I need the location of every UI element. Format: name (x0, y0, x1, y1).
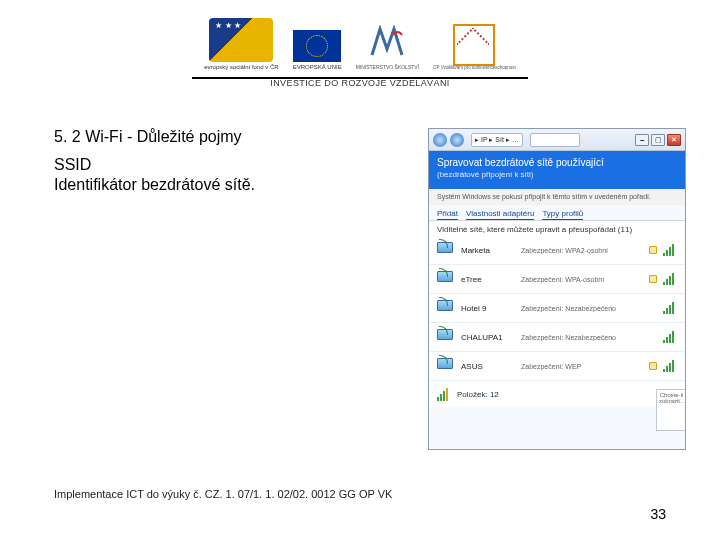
logo-row: evropský sociální fond v ČR EVROPSKÁ UNI… (192, 14, 527, 79)
network-security: Zabezpečení: WPA-osobní (521, 276, 643, 283)
window-title: Spravovat bezdrátové sítě používající (437, 157, 677, 168)
network-name: Hotel 9 (461, 304, 515, 313)
section-label: Viditelné sítě, které můžete upravit a p… (429, 220, 685, 236)
address-bar[interactable]: ▸ IP ▸ Sít ▸ … (471, 133, 523, 147)
side-tab[interactable]: Chcete-li zobrazit… (656, 389, 686, 431)
embedded-screenshot: ▸ IP ▸ Sít ▸ … ‒ ▢ ✕ Spravovat bezdrátov… (428, 128, 686, 450)
esf-icon (209, 18, 273, 62)
term-label: SSID (54, 156, 354, 174)
toolbar-tabs: Přidat Vlastnosti adaptéru Typy profilů (429, 205, 685, 220)
network-security: Zabezpečení: WEP (521, 363, 643, 370)
lock-icon (649, 362, 657, 370)
list-item[interactable]: Marketa Zabezpečení: WPA2-osobní (429, 236, 685, 265)
network-name: eTree (461, 275, 515, 284)
tab-add[interactable]: Přidat (437, 209, 458, 220)
term-description: Identifikátor bezdrátové sítě. (54, 176, 354, 194)
search-box[interactable] (530, 133, 580, 147)
esf-logo: evropský sociální fond v ČR (204, 18, 278, 71)
lock-icon (649, 246, 657, 254)
network-security: Zabezpečení: Nezabezpečeno (521, 305, 657, 312)
list-item[interactable]: Hotel 9 Zabezpečení: Nezabezpečeno (429, 294, 685, 323)
window-titlebar: ▸ IP ▸ Sít ▸ … ‒ ▢ ✕ (429, 129, 685, 151)
window-buttons: ‒ ▢ ✕ (635, 134, 681, 146)
list-item[interactable]: eTree Zabezpečení: WPA-osobní (429, 265, 685, 294)
items-count: Položek: 12 (457, 390, 499, 399)
msmt-logo: MINISTERSTVO ŠKOLSTVÍ (356, 25, 419, 71)
signal-icon (663, 273, 677, 285)
window-description: Systém Windows se pokusí připojit k těmt… (429, 189, 685, 205)
wifi-icon (437, 358, 455, 374)
list-item[interactable]: ASUS Zabezpečení: WEP (429, 352, 685, 381)
signal-summary-icon (437, 387, 451, 401)
op-icon (453, 24, 495, 66)
network-name: CHALUPA1 (461, 333, 515, 342)
maximize-button[interactable]: ▢ (651, 134, 665, 146)
back-button[interactable] (433, 133, 447, 147)
eu-logo: EVROPSKÁ UNIE (293, 30, 342, 71)
network-name: Marketa (461, 246, 515, 255)
msmt-label: MINISTERSTVO ŠKOLSTVÍ (356, 65, 419, 71)
esf-label: evropský sociální fond v ČR (204, 64, 278, 71)
signal-icon (663, 302, 677, 314)
tab-adapter[interactable]: Vlastnosti adaptéru (466, 209, 535, 220)
close-button[interactable]: ✕ (667, 134, 681, 146)
lock-icon (649, 275, 657, 283)
signal-icon (663, 244, 677, 256)
eu-flag-icon (293, 30, 341, 62)
window-footer: Položek: 12 (429, 381, 685, 407)
nav-controls: ▸ IP ▸ Sít ▸ … (433, 133, 580, 147)
tab-profiles[interactable]: Typy profilů (542, 209, 583, 220)
signal-icon (663, 360, 677, 372)
forward-button[interactable] (450, 133, 464, 147)
network-name: ASUS (461, 362, 515, 371)
wifi-icon (437, 329, 455, 345)
page-number: 33 (650, 506, 666, 522)
op-label: OP Vzdělávání pro konkurenceschopnost (433, 66, 516, 71)
eu-label: EVROPSKÁ UNIE (293, 64, 342, 71)
op-logo: OP Vzdělávání pro konkurenceschopnost (433, 24, 516, 71)
wifi-icon (437, 242, 455, 258)
list-item[interactable]: CHALUPA1 Zabezpečení: Nezabezpečeno (429, 323, 685, 352)
footer-note: Implementace ICT do výuky č. CZ. 1. 07/1… (54, 488, 392, 500)
window-subtitle: (bezdrátové připojení k síti) (437, 170, 677, 179)
slide-text: 5. 2 Wi-Fi - Důležité pojmy SSID Identif… (54, 128, 354, 194)
signal-icon (663, 331, 677, 343)
slide-heading: 5. 2 Wi-Fi - Důležité pojmy (54, 128, 354, 146)
window-header: Spravovat bezdrátové sítě používající (b… (429, 151, 685, 189)
minimize-button[interactable]: ‒ (635, 134, 649, 146)
wifi-icon (437, 300, 455, 316)
network-security: Zabezpečení: WPA2-osobní (521, 247, 643, 254)
network-security: Zabezpečení: Nezabezpečeno (521, 334, 657, 341)
logo-band: evropský sociální fond v ČR EVROPSKÁ UNI… (0, 14, 720, 79)
network-list: Marketa Zabezpečení: WPA2-osobní eTree Z… (429, 236, 685, 381)
tagline: INVESTICE DO ROZVOJE VZDĚLÁVÁNÍ (0, 78, 720, 88)
wifi-icon (437, 271, 455, 287)
msmt-icon (370, 25, 404, 65)
